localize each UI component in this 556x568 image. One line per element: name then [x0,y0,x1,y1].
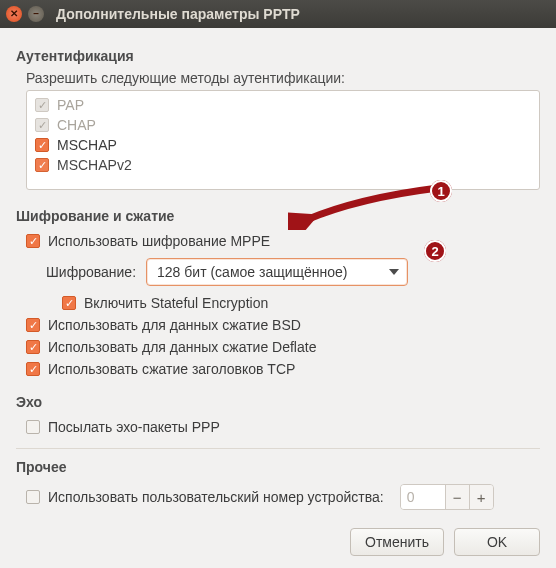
auth-method-mschapv2[interactable]: ✓ MSCHAPv2 [27,155,539,175]
bsd-row[interactable]: ✓ Использовать для данных сжатие BSD [16,314,540,336]
auth-prompt: Разрешить следующие методы аутентификаци… [26,70,540,86]
chevron-down-icon [389,269,399,275]
unit-input[interactable] [401,485,445,509]
deflate-row[interactable]: ✓ Использовать для данных сжатие Deflate [16,336,540,358]
separator [16,448,540,449]
mppe-label: Использовать шифрование MPPE [48,233,270,249]
echo-row[interactable]: Посылать эхо-пакеты PPP [16,416,540,438]
bsd-label: Использовать для данных сжатие BSD [48,317,301,333]
checkbox-icon [26,420,40,434]
enc-section-title: Шифрование и сжатие [16,208,540,224]
auth-method-chap[interactable]: ✓ CHAP [27,115,539,135]
auth-method-label: MSCHAPv2 [57,157,132,173]
checkbox-icon: ✓ [35,158,49,172]
deflate-label: Использовать для данных сжатие Deflate [48,339,316,355]
dialog-buttons: Отменить OK [350,528,540,556]
checkbox-icon: ✓ [62,296,76,310]
auth-method-label: PAP [57,97,84,113]
unit-increment-button[interactable]: + [469,485,493,509]
custom-unit-label: Использовать пользовательский номер устр… [48,489,384,505]
stateful-row[interactable]: ✓ Включить Stateful Encryption [16,292,540,314]
cipher-value: 128 бит (самое защищённое) [157,264,347,280]
echo-section-title: Эхо [16,394,540,410]
window-close-button[interactable]: ✕ [6,6,22,22]
cipher-row: Шифрование: 128 бит (самое защищённое) [16,252,540,292]
auth-method-label: MSCHAP [57,137,117,153]
checkbox-icon: ✓ [26,362,40,376]
auth-method-label: CHAP [57,117,96,133]
auth-method-pap[interactable]: ✓ PAP [27,95,539,115]
window-title: Дополнительные параметры PPTP [56,6,300,22]
checkbox-icon: ✓ [35,138,49,152]
auth-section-title: Аутентификация [16,48,540,64]
auth-methods-list[interactable]: ✓ PAP ✓ CHAP ✓ MSCHAP ✓ MSCHAPv2 [26,90,540,190]
checkbox-icon: ✓ [26,318,40,332]
checkbox-icon [26,490,40,504]
auth-method-mschap[interactable]: ✓ MSCHAP [27,135,539,155]
tcp-label: Использовать сжатие заголовков TCP [48,361,295,377]
unit-decrement-button[interactable]: − [445,485,469,509]
checkbox-icon: ✓ [26,340,40,354]
checkbox-icon: ✓ [35,118,49,132]
window-minimize-button[interactable]: – [28,6,44,22]
unit-spinner[interactable]: − + [400,484,494,510]
checkbox-icon: ✓ [26,234,40,248]
mppe-row[interactable]: ✓ Использовать шифрование MPPE [16,230,540,252]
misc-section-title: Прочее [16,459,540,475]
cipher-select[interactable]: 128 бит (самое защищённое) [146,258,408,286]
titlebar: ✕ – Дополнительные параметры PPTP [0,0,556,28]
echo-label: Посылать эхо-пакеты PPP [48,419,220,435]
ok-button[interactable]: OK [454,528,540,556]
custom-unit-row[interactable]: Использовать пользовательский номер устр… [16,481,540,513]
stateful-label: Включить Stateful Encryption [84,295,268,311]
cancel-button[interactable]: Отменить [350,528,444,556]
checkbox-icon: ✓ [35,98,49,112]
tcp-row[interactable]: ✓ Использовать сжатие заголовков TCP [16,358,540,380]
cipher-label: Шифрование: [46,264,136,280]
